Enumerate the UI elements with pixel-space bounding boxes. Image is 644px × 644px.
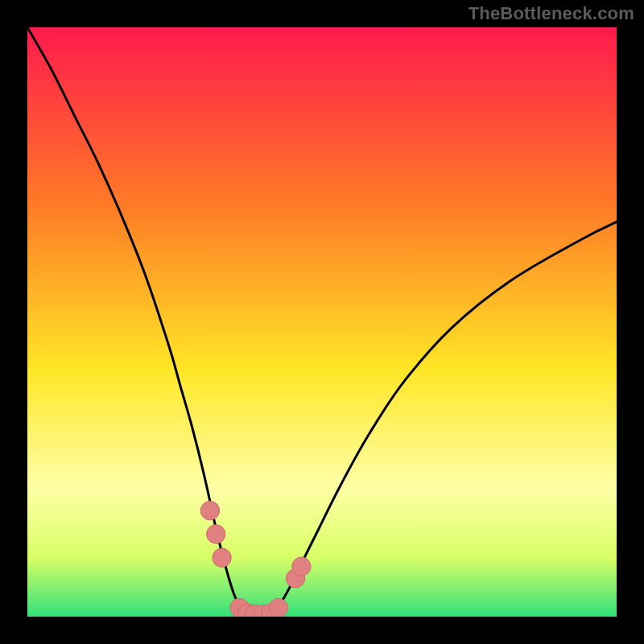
marker-dot <box>269 598 287 617</box>
watermark-text: TheBottleneck.com <box>469 3 634 24</box>
chart-svg <box>27 27 617 617</box>
marker-dot <box>200 502 219 520</box>
marker-dot <box>292 557 311 576</box>
outer-frame: TheBottleneck.com <box>0 0 644 644</box>
gradient-background <box>27 27 617 617</box>
marker-dot <box>213 548 231 567</box>
marker-dot <box>207 525 225 543</box>
chart-plot-area <box>27 27 617 617</box>
